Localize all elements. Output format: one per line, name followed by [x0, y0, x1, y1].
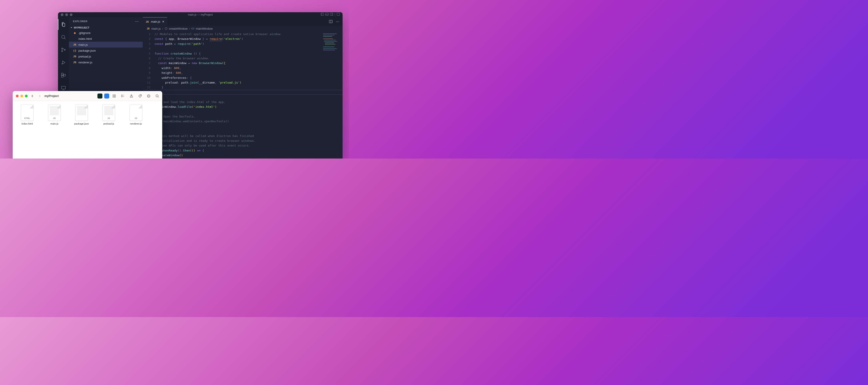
explorer-icon[interactable] — [58, 19, 69, 30]
open-with-apps — [97, 94, 109, 98]
js-icon: JS — [146, 21, 149, 23]
nav-controls — [31, 94, 41, 98]
tab-main-js[interactable]: JS main.js ✕ — [143, 17, 167, 26]
file-label: preload.js — [103, 122, 114, 125]
svg-rect-20 — [192, 28, 194, 29]
forward-icon[interactable] — [38, 94, 41, 98]
extensions-icon[interactable] — [58, 70, 69, 81]
svg-point-7 — [62, 35, 65, 38]
search-icon[interactable] — [58, 32, 69, 42]
svg-rect-0 — [321, 13, 324, 15]
svg-point-34 — [149, 96, 149, 96]
file-label: .gitignore — [79, 31, 90, 35]
finder-item-main-js[interactable]: JSmain.js — [44, 105, 65, 155]
svg-line-36 — [158, 97, 159, 97]
panel-right-icon[interactable] — [330, 13, 333, 16]
document-icon: JS — [102, 105, 115, 121]
file-package-json[interactable]: { }package.json — [69, 47, 143, 54]
document-icon: HTML — [21, 105, 34, 121]
action-menu-icon[interactable] — [147, 94, 150, 98]
code-area[interactable]: 123456789101112 // Modules to control ap… — [143, 31, 343, 159]
window-title: main.js — myProject — [188, 13, 213, 16]
finder-body[interactable]: HTMLindex.htmlJSmain.jspackage.jsonJSpre… — [13, 101, 162, 159]
window-controls — [16, 95, 28, 97]
tab-label: main.js — [151, 20, 160, 23]
breadcrumb-fn: createWindow — [169, 27, 188, 30]
finder-item-renderer-js[interactable]: JSrenderer.js — [126, 105, 146, 155]
split-editor-icon[interactable] — [329, 20, 333, 23]
variable-icon — [191, 27, 194, 30]
breadcrumb-file: main.js — [151, 27, 161, 30]
terminal-app-icon[interactable] — [97, 94, 102, 98]
svg-point-33 — [148, 96, 149, 96]
document-icon — [75, 105, 88, 121]
back-icon[interactable] — [31, 94, 34, 98]
breadcrumb-sym: mainWindow — [196, 27, 213, 30]
file-preload-js[interactable]: JSpreload.js — [69, 54, 143, 59]
vscode-titlebar: main.js — myProject | — [58, 12, 343, 17]
tab-bar: JS main.js ✕ ⋯ — [143, 17, 343, 26]
code-content[interactable]: // Modules to control application life a… — [155, 31, 343, 159]
source-control-icon[interactable] — [58, 44, 69, 55]
editor-area: JS main.js ✕ ⋯ JS main.js › createWindow… — [143, 17, 343, 159]
file-label: preload.js — [79, 55, 91, 58]
file-label: renderer.js — [79, 61, 92, 64]
file-label: renderer.js — [130, 122, 142, 125]
finder-title: myProject — [44, 94, 59, 98]
finder-item-index-html[interactable]: HTMLindex.html — [17, 105, 38, 155]
file-index-html[interactable]: index.html — [69, 36, 143, 42]
svg-rect-23 — [113, 96, 114, 97]
close-dot[interactable] — [61, 13, 63, 16]
svg-rect-2 — [326, 13, 328, 15]
finder-item-preload-js[interactable]: JSpreload.js — [98, 105, 119, 155]
finder-item-package-json[interactable]: package.json — [71, 105, 92, 155]
svg-point-35 — [156, 95, 158, 97]
svg-rect-26 — [121, 96, 122, 97]
document-icon: JS — [130, 105, 142, 121]
svg-rect-22 — [115, 95, 116, 96]
svg-point-11 — [64, 50, 65, 51]
svg-rect-6 — [337, 13, 340, 15]
svg-rect-16 — [61, 86, 65, 89]
file-main-js[interactable]: JSmain.js — [69, 42, 143, 47]
vscode-app-icon[interactable] — [104, 94, 109, 98]
zoom-button[interactable] — [25, 95, 28, 97]
svg-point-32 — [148, 96, 148, 96]
zoom-dot[interactable] — [70, 13, 72, 16]
svg-point-10 — [62, 51, 63, 52]
svg-rect-21 — [113, 95, 114, 96]
minimize-button[interactable] — [21, 95, 23, 97]
editor-more-icon[interactable]: ⋯ — [336, 20, 339, 24]
file-label: index.html — [22, 122, 33, 125]
layout-icon[interactable] — [337, 13, 340, 16]
js-icon: JS — [73, 55, 76, 58]
share-icon[interactable] — [130, 94, 133, 98]
folder-header[interactable]: MYPROJECT — [69, 25, 143, 30]
minimap[interactable] — [322, 33, 341, 53]
close-button[interactable] — [16, 95, 19, 97]
sidebar-more-icon[interactable]: ⋯ — [135, 19, 139, 24]
panel-bottom-icon[interactable] — [326, 13, 329, 16]
chevron-down-icon — [70, 26, 73, 29]
file--gitignore[interactable]: ◆.gitignore — [69, 30, 143, 36]
file-label: main.js — [79, 43, 88, 46]
file-label: main.js — [51, 122, 58, 125]
git-icon: ◆ — [73, 31, 76, 34]
close-icon[interactable]: ✕ — [162, 20, 164, 23]
group-icon[interactable] — [121, 94, 125, 98]
document-icon: JS — [48, 105, 61, 121]
breadcrumb[interactable]: JS main.js › createWindow › mainWindow — [143, 26, 343, 31]
file-renderer-js[interactable]: JSrenderer.js — [69, 59, 143, 65]
json-icon: { } — [73, 49, 76, 52]
search-icon[interactable] — [155, 94, 159, 98]
svg-point-12 — [62, 64, 62, 64]
js-icon: JS — [73, 43, 76, 46]
svg-rect-13 — [61, 73, 63, 75]
panel-left-icon[interactable] — [321, 13, 324, 16]
view-grid-icon[interactable] — [113, 94, 116, 98]
minimize-dot[interactable] — [65, 13, 68, 16]
window-controls — [61, 13, 72, 16]
js-icon: JS — [73, 61, 76, 64]
tag-icon[interactable] — [138, 94, 142, 98]
debug-icon[interactable] — [58, 57, 69, 68]
